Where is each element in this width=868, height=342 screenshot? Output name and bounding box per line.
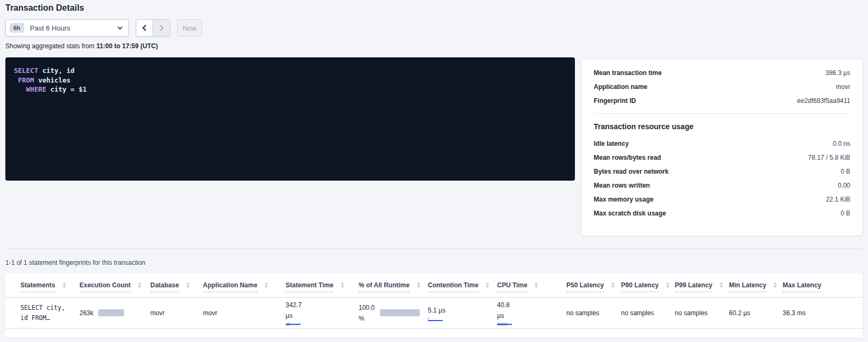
time-range-label: Past 6 Hours [30, 24, 118, 32]
cell-contention-time: 5.1 µs [428, 305, 497, 321]
resource-row: Max memory usage 22.1 KiB [594, 192, 850, 206]
resource-label: Mean rows written [594, 182, 650, 189]
summary-label: Application name [594, 83, 647, 91]
cell-statement-fingerprint[interactable]: SELECT city, id FROM… [20, 303, 79, 323]
column-header-max-latency[interactable]: Max Latency [783, 281, 863, 297]
time-nav-group [136, 19, 170, 36]
execution-count-bar [98, 309, 124, 316]
sort-icon[interactable] [63, 282, 66, 288]
table-header-row: Statements Execution Count Database Appl… [5, 273, 863, 298]
previous-interval-button[interactable] [136, 20, 153, 36]
contention-time-bar [428, 317, 444, 321]
column-header-application-name[interactable]: Application Name [203, 281, 286, 297]
column-header-database[interactable]: Database [150, 281, 203, 297]
cpu-time-bar [497, 323, 513, 326]
column-header-percent-runtime[interactable]: % of All Runtime [359, 281, 428, 297]
statement-time-bar [286, 323, 302, 326]
sort-icon[interactable] [535, 282, 538, 288]
cell-cpu-time: 40.8 µs [497, 300, 566, 326]
column-header-statement-time[interactable]: Statement Time [286, 281, 359, 297]
sort-icon[interactable] [666, 282, 669, 288]
column-header-contention-time[interactable]: Contention Time [428, 281, 497, 297]
resource-row: Max scratch disk usage 0 B [594, 206, 850, 220]
cell-p50-latency: no samples [566, 309, 621, 317]
statements-count-caption: 1-1 of 1 statement fingerprints for this… [5, 259, 145, 266]
transaction-summary-card: Mean transaction time 386.3 µs Applicati… [581, 59, 863, 236]
table-row[interactable]: SELECT city, id FROM… 263k movr movr 342… [5, 298, 863, 329]
sql-keyword: WHERE [14, 85, 46, 93]
resource-label: Max memory usage [594, 196, 653, 203]
sort-icon[interactable] [138, 282, 141, 288]
column-header-p90-latency[interactable]: P90 Latency [621, 281, 675, 297]
sort-icon[interactable] [486, 282, 489, 288]
resource-value: 78.17 / 5.8 KiB [808, 154, 850, 161]
resource-usage-heading: Transaction resource usage [594, 122, 850, 131]
cell-p90-latency: no samples [621, 309, 675, 317]
resource-row: Idle latency 0.0 ns [594, 137, 850, 151]
summary-value: 386.3 µs [826, 69, 850, 77]
resource-label: Max scratch disk usage [594, 210, 666, 217]
resource-row: Mean rows written 0.00 [594, 179, 850, 192]
cell-max-latency: 36.3 ms [783, 309, 863, 317]
resource-value: 0 B [841, 210, 850, 217]
cell-percent-runtime: 100.0 % [359, 302, 428, 324]
resource-label: Idle latency [594, 140, 629, 147]
statements-table: Statements Execution Count Database Appl… [5, 273, 863, 338]
time-range-dropdown[interactable]: 6h Past 6 Hours [5, 19, 129, 36]
column-header-min-latency[interactable]: Min Latency [729, 281, 783, 297]
summary-row: Fingerprint ID ee2df683f5aa9411 [594, 94, 850, 108]
time-controls: 6h Past 6 Hours Now [5, 19, 202, 36]
summary-value: movr [836, 83, 850, 91]
sort-icon[interactable] [341, 282, 344, 288]
summary-value: ee2df683f5aa9411 [797, 97, 850, 105]
resource-row: Bytes read over network 0 B [594, 165, 850, 179]
summary-label: Mean transaction time [594, 69, 662, 77]
page-title: Transaction Details [5, 3, 84, 13]
resource-value: 0.0 ns [833, 140, 850, 147]
column-header-cpu-time[interactable]: CPU Time [497, 281, 566, 297]
sql-keyword: FROM [14, 76, 34, 84]
chevron-right-icon [157, 25, 163, 31]
sort-icon[interactable] [186, 282, 189, 288]
resource-label: Mean rows/bytes read [594, 154, 661, 161]
resource-value: 22.1 KiB [826, 196, 850, 203]
sort-icon[interactable] [611, 282, 615, 288]
now-button[interactable]: Now [177, 19, 202, 36]
column-header-p99-latency[interactable]: P99 Latency [675, 281, 729, 297]
sql-keyword: SELECT [14, 66, 38, 75]
divider [5, 248, 863, 249]
cell-application-name: movr [203, 309, 286, 317]
column-header-statements[interactable]: Statements [20, 281, 79, 297]
sort-icon[interactable] [417, 282, 420, 288]
resource-row: Mean rows/bytes read 78.17 / 5.8 KiB [594, 151, 850, 165]
chevron-left-icon [142, 25, 148, 31]
time-range-badge: 6h [10, 23, 24, 33]
aggregation-subtitle: Showing aggregated stats from 11:00 to 1… [5, 42, 158, 50]
subtitle-range: 11:00 to 17:59 (UTC) [96, 42, 158, 50]
cell-database: movr [150, 309, 203, 317]
cell-p99-latency: no samples [675, 309, 729, 317]
column-header-execution-count[interactable]: Execution Count [79, 281, 150, 297]
sql-statement-box: SELECT city, id FROM vehicles WHERE city… [5, 57, 575, 181]
summary-row: Application name movr [594, 80, 850, 94]
cell-min-latency: 60.2 µs [729, 309, 783, 317]
resource-value: 0 B [841, 168, 850, 175]
cell-statement-time: 342.7 µs [286, 300, 359, 326]
next-interval-button[interactable] [153, 20, 170, 36]
divider [594, 113, 850, 114]
summary-row: Mean transaction time 386.3 µs [594, 66, 850, 80]
chevron-down-icon [118, 24, 123, 29]
cell-execution-count: 263k [79, 309, 150, 317]
resource-value: 0.00 [838, 182, 850, 189]
sort-icon[interactable] [774, 282, 777, 288]
subtitle-prefix: Showing aggregated stats from [5, 42, 96, 50]
percent-runtime-bar [380, 309, 420, 316]
sort-icon[interactable] [265, 282, 268, 288]
column-header-p50-latency[interactable]: P50 Latency [566, 281, 621, 297]
sort-icon[interactable] [720, 282, 723, 288]
summary-label: Fingerprint ID [594, 97, 636, 105]
resource-label: Bytes read over network [594, 168, 668, 175]
